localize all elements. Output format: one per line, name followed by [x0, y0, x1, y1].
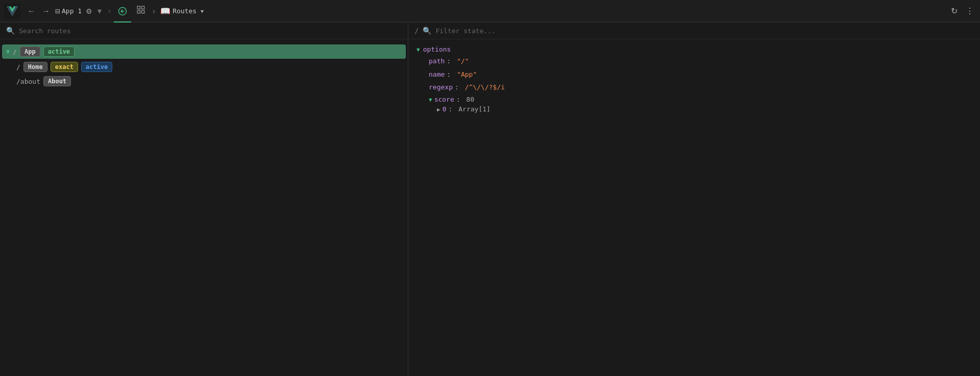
routes-dropdown-button[interactable]: ▾ — [199, 6, 206, 17]
route-exact-badge: exact — [51, 62, 78, 72]
score-row: ▼ score : 80 — [416, 96, 972, 103]
more-options-button[interactable]: ⋮ — [964, 4, 976, 18]
settings-button[interactable]: ⚙ — [84, 5, 94, 17]
regexp-value: /^\/\/?$/i — [465, 82, 505, 92]
array-chevron-icon[interactable]: ▶ — [437, 106, 440, 113]
svg-rect-1 — [137, 6, 140, 9]
svg-rect-2 — [141, 6, 144, 9]
route-row-root[interactable]: ▼ / App active — [2, 44, 406, 59]
child-slash: / — [16, 63, 20, 71]
svg-rect-3 — [137, 11, 140, 13]
name-colon: : — [447, 69, 451, 80]
route-row-about[interactable]: /about About — [0, 74, 408, 88]
search-routes-input[interactable] — [19, 27, 402, 35]
tree-row-regexp: regexp : /^\/\/?$/i — [416, 82, 972, 92]
route-row-home[interactable]: / Home exact active — [0, 60, 408, 74]
right-panel: / 🔍 ▼ options path : "/" — [408, 22, 980, 376]
tree-row-path: path : "/" — [416, 56, 972, 66]
path-colon: : — [447, 56, 451, 66]
more-chevron-button[interactable]: › — [150, 5, 158, 18]
about-path: /about — [16, 78, 40, 85]
routes-tab-icon[interactable] — [114, 0, 131, 22]
forward-button[interactable]: → — [39, 5, 53, 18]
vue-logo — [4, 3, 20, 19]
score-chevron-icon[interactable]: ▼ — [429, 97, 432, 103]
route-component-badge-app: App — [20, 46, 40, 57]
main-layout: 🔍 ▼ / App active / Home exact active /ab… — [0, 22, 980, 376]
regexp-key: regexp — [429, 82, 453, 92]
topbar: ← → ⊟ App 1 ⚙ ▾ › › 📖 Routes ▾ ↻ ⋮ — [0, 0, 980, 22]
path-key: path — [429, 56, 445, 66]
app-name-label: App 1 — [62, 7, 82, 15]
state-filter-bar: / 🔍 — [408, 22, 980, 39]
state-tree: ▼ options path : "/" name : "App" — [408, 39, 980, 376]
svg-rect-4 — [141, 11, 144, 13]
refresh-button[interactable]: ↻ — [949, 4, 960, 18]
route-active-badge-home: active — [81, 62, 112, 72]
back-button[interactable]: ← — [24, 5, 39, 18]
left-panel: 🔍 ▼ / App active / Home exact active /ab… — [0, 22, 408, 376]
state-slash: / — [414, 27, 419, 35]
score-colon: : — [456, 96, 460, 103]
array-value: Array[1] — [458, 105, 491, 113]
separator: › — [107, 6, 112, 16]
grid-tab-icon[interactable] — [132, 3, 150, 19]
score-key: score — [434, 96, 454, 103]
options-key: options — [423, 45, 451, 53]
route-active-badge: active — [43, 46, 75, 57]
array-colon: : — [448, 105, 452, 113]
route-component-badge-home: Home — [23, 62, 47, 72]
array-key: 0 — [443, 105, 447, 113]
name-value: "App" — [457, 69, 477, 80]
score-value: 80 — [467, 96, 475, 103]
path-value: "/" — [457, 56, 469, 66]
route-component-badge-about: About — [43, 76, 71, 86]
array-row: ▶ 0 : Array[1] — [416, 105, 972, 113]
dropdown-button[interactable]: ▾ — [94, 4, 105, 18]
filter-state-input[interactable] — [435, 27, 974, 35]
regexp-colon: : — [455, 82, 459, 92]
filter-search-icon: 🔍 — [423, 27, 431, 35]
name-key: name — [429, 69, 445, 80]
routes-list: ▼ / App active / Home exact active /abou… — [0, 39, 408, 376]
routes-label: Routes — [173, 7, 197, 15]
search-icon: 🔍 — [6, 27, 15, 35]
topbar-right: ↻ ⋮ — [949, 4, 976, 18]
chevron-down-icon: ▼ — [6, 48, 10, 55]
routes-section: 📖 Routes ▾ — [160, 6, 206, 17]
tree-row-name: name : "App" — [416, 69, 972, 80]
route-slash: / — [13, 48, 17, 56]
options-section: ▼ options path : "/" name : "App" — [416, 45, 972, 113]
options-chevron-icon[interactable]: ▼ — [416, 46, 420, 53]
search-bar: 🔍 — [0, 22, 408, 39]
options-header: ▼ options — [416, 45, 972, 53]
